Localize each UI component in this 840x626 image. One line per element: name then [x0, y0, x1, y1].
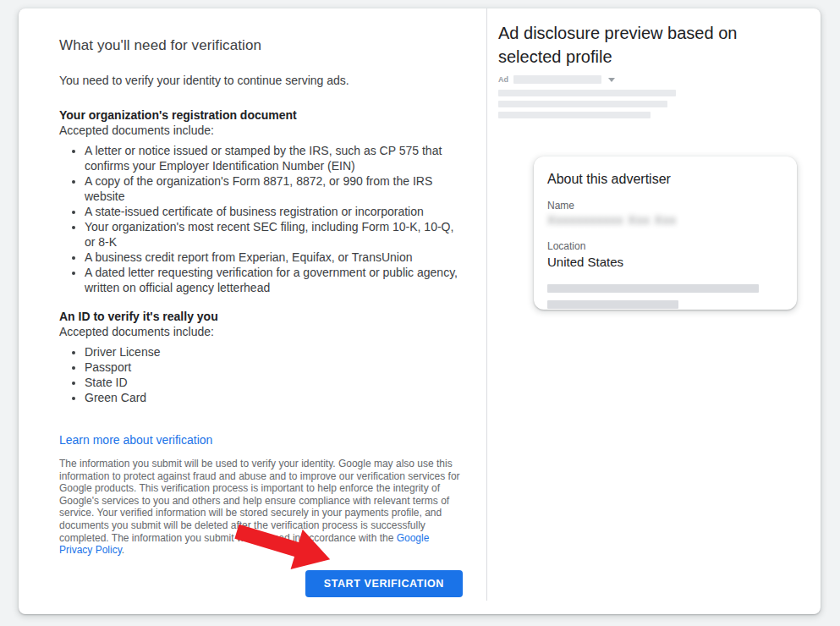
ad-dropdown[interactable]: Ad [498, 75, 800, 84]
disclaimer-body: The information you submit will be used … [59, 458, 460, 544]
registration-document-section: Your organization's registration documen… [59, 107, 463, 295]
list-item: Driver License [85, 344, 463, 360]
start-verification-button[interactable]: START VERIFICATION [305, 570, 463, 597]
screen: What you'll need for verification You ne… [0, 0, 840, 626]
list-item: Your organization's most recent SEC fili… [85, 219, 463, 250]
section-subheading: Accepted documents include: [59, 123, 463, 138]
caret-down-icon [608, 78, 615, 82]
section-heading: Your organization's registration documen… [59, 107, 463, 123]
accepted-documents-list: A letter or notice issued or stamped by … [59, 143, 463, 295]
advertiser-name-redacted: Xxxxxxxxxxx Xxx Xxx [547, 212, 691, 228]
name-label: Name [547, 199, 780, 212]
list-item: Green Card [85, 390, 463, 405]
skeleton-line [498, 101, 667, 107]
skeleton-line [547, 284, 759, 293]
ad-title-placeholder [513, 75, 601, 84]
list-item: A copy of the organization's Form 8871, … [85, 173, 463, 204]
disclaimer-suffix: . [122, 544, 124, 556]
skeleton-line [498, 90, 676, 96]
section-heading: An ID to verify it's really you [59, 309, 463, 324]
page-title: What you'll need for verification [59, 36, 463, 55]
intro-text: You need to verify your identity to cont… [59, 72, 463, 89]
verification-dialog: What you'll need for verification You ne… [19, 8, 821, 614]
learn-more-link[interactable]: Learn more about verification [59, 432, 212, 448]
accepted-ids-list: Driver License Passport State ID Green C… [59, 344, 463, 405]
location-value: United States [547, 254, 780, 271]
preview-title: Ad disclosure preview based on selected … [498, 21, 799, 69]
ad-disclosure-preview-panel: Ad disclosure preview based on selected … [486, 8, 821, 614]
ad-preview-skeleton: Ad About this advertiser Name Xxxxxxxxxx… [498, 75, 800, 118]
advertiser-card-title: About this advertiser [547, 170, 780, 189]
skeleton-line [547, 300, 678, 309]
verification-requirements-panel: What you'll need for verification You ne… [19, 8, 486, 614]
list-item: A state-issued certificate of business r… [85, 204, 463, 219]
about-advertiser-card: About this advertiser Name Xxxxxxxxxxx X… [534, 156, 797, 310]
list-item: A business credit report from Experian, … [85, 250, 463, 265]
skeleton-line [498, 112, 651, 118]
disclaimer-text: The information you submit will be used … [59, 458, 462, 557]
button-row: START VERIFICATION [59, 570, 463, 597]
list-item: A dated letter requesting verification f… [85, 265, 463, 295]
list-item: Passport [85, 360, 463, 375]
id-verification-section: An ID to verify it's really you Accepted… [59, 309, 463, 405]
section-subheading: Accepted documents include: [59, 324, 463, 339]
location-label: Location [547, 239, 780, 253]
list-item: A letter or notice issued or stamped by … [85, 143, 463, 173]
list-item: State ID [85, 375, 463, 390]
ad-label: Ad [498, 75, 508, 84]
